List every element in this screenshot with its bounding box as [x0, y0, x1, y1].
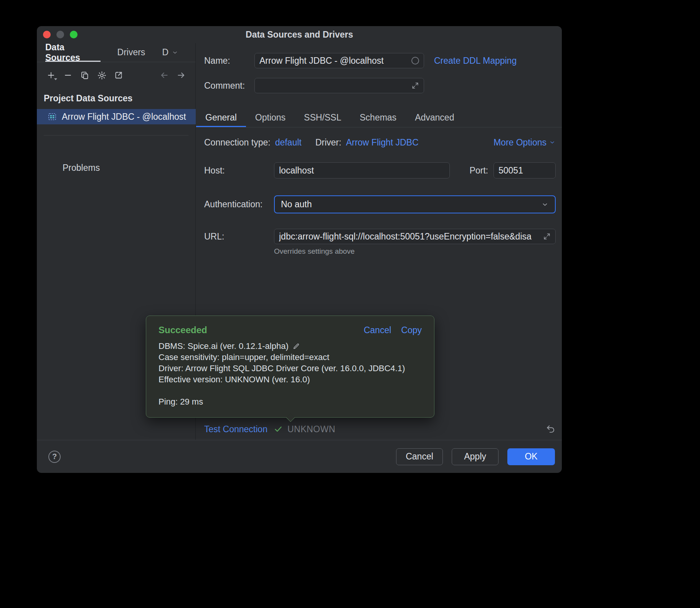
popup-copy-link[interactable]: Copy [401, 325, 422, 335]
settings-gear-button[interactable] [94, 68, 109, 82]
popup-status: Succeeded [158, 325, 207, 335]
ping-line: Ping: 29 ms [158, 396, 422, 407]
tab-ddl-truncated[interactable]: D [162, 43, 178, 62]
tab-ssh-ssl[interactable]: SSH/SSL [295, 108, 350, 127]
comment-input[interactable] [259, 81, 408, 91]
dbms-line-text: DBMS: Spice.ai (ver. 0.12.1-alpha) [158, 340, 289, 352]
data-sources-dialog: Data Sources and Drivers Data Sources Dr… [37, 26, 562, 473]
check-icon [274, 425, 283, 434]
url-override-hint: Overrides settings above [274, 247, 355, 256]
port-field [494, 162, 556, 178]
tab-ddl-label: D [162, 47, 168, 58]
data-source-icon [48, 112, 57, 121]
name-input[interactable] [259, 56, 408, 66]
data-source-item-label: Arrow Flight JDBC - @localhost [62, 112, 186, 122]
name-label: Name: [204, 56, 254, 66]
url-input[interactable] [279, 231, 540, 242]
tab-advanced[interactable]: Advanced [406, 108, 463, 127]
tab-schemas[interactable]: Schemas [350, 108, 406, 127]
ok-button[interactable]: OK [507, 448, 555, 465]
comment-row: Comment: [204, 78, 556, 93]
settings-tabs: General Options SSH/SSL Schemas Advanced [196, 108, 562, 127]
add-button[interactable] [44, 68, 58, 82]
window-title: Data Sources and Drivers [37, 26, 562, 43]
url-row: URL: [204, 229, 556, 244]
driver-label: Driver: [315, 137, 342, 148]
connection-type-value-link[interactable]: default [275, 137, 302, 148]
host-label: Host: [204, 165, 274, 176]
driver-value-link[interactable]: Arrow Flight JDBC [346, 137, 418, 148]
expand-icon[interactable] [411, 82, 419, 89]
host-input[interactable] [279, 165, 445, 176]
expand-icon[interactable] [543, 233, 551, 240]
test-connection-row: Test Connection UNKNOWN [204, 421, 556, 437]
name-field [254, 53, 424, 68]
url-label: URL: [204, 231, 274, 242]
tab-drivers[interactable]: Drivers [117, 43, 145, 62]
create-ddl-mapping-link[interactable]: Create DDL Mapping [434, 56, 517, 66]
dbms-line: DBMS: Spice.ai (ver. 0.12.1-alpha) [158, 340, 422, 352]
minimize-window-button[interactable] [56, 31, 64, 38]
sidebar-tabs: Data Sources Drivers D [37, 43, 195, 62]
test-connection-link[interactable]: Test Connection [204, 424, 267, 435]
case-sensitivity-line: Case sensitivity: plain=upper, delimited… [158, 352, 422, 363]
forward-arrow-button[interactable] [174, 68, 188, 82]
cancel-button[interactable]: Cancel [396, 448, 443, 465]
tab-data-sources-label: Data Sources [45, 42, 101, 63]
revert-icon[interactable] [546, 424, 556, 434]
tab-general[interactable]: General [196, 108, 246, 127]
authentication-value: No auth [281, 199, 312, 210]
project-data-sources-heading: Project Data Sources [44, 93, 132, 104]
tab-data-sources[interactable]: Data Sources [45, 43, 101, 62]
effective-version-line: Effective version: UNKNOWN (ver. 16.0) [158, 374, 422, 385]
popup-cancel-link[interactable]: Cancel [364, 325, 391, 335]
host-port-row: Host: Port: [204, 162, 556, 178]
port-input[interactable] [499, 165, 551, 176]
more-options-button[interactable]: More Options [494, 137, 556, 148]
name-row: Name: Create DDL Mapping [204, 53, 556, 68]
authentication-row: Authentication: No auth [204, 195, 556, 213]
back-arrow-button[interactable] [157, 68, 172, 82]
edit-pencil-icon[interactable] [292, 342, 300, 350]
connection-result-text: UNKNOWN [287, 424, 335, 435]
authentication-select[interactable]: No auth [274, 195, 556, 213]
screen: Data Sources and Drivers Data Sources Dr… [0, 0, 700, 608]
titlebar: Data Sources and Drivers [37, 26, 562, 43]
close-window-button[interactable] [43, 31, 51, 38]
duplicate-button[interactable] [78, 68, 92, 82]
driver-line: Driver: Arrow Flight SQL JDBC Driver Cor… [158, 363, 422, 374]
chevron-down-icon [541, 201, 549, 208]
sidebar-separator [44, 135, 188, 135]
host-field [274, 162, 450, 178]
chevron-down-icon [549, 139, 556, 146]
url-field [274, 229, 556, 244]
test-connection-popup: Succeeded Cancel Copy DBMS: Spice.ai (ve… [146, 316, 434, 418]
problems-item[interactable]: Problems [63, 163, 100, 173]
comment-field [254, 78, 424, 93]
help-button[interactable]: ? [48, 451, 61, 463]
loading-ring-icon [411, 57, 419, 64]
apply-button[interactable]: Apply [452, 448, 499, 465]
data-source-list-item-selected[interactable]: Arrow Flight JDBC - @localhost [37, 109, 196, 124]
popup-links: Cancel Copy [364, 325, 422, 335]
add-dropdown-caret [54, 78, 57, 80]
sidebar-toolbar [41, 64, 192, 86]
remove-button[interactable] [61, 68, 75, 82]
comment-label: Comment: [204, 81, 254, 91]
open-in-new-button[interactable] [111, 68, 126, 82]
popup-gap [158, 385, 422, 396]
port-label: Port: [469, 165, 488, 176]
connection-type-row: Connection type: default Driver: Arrow F… [204, 137, 556, 148]
footer-bar: ? Cancel Apply OK [37, 440, 562, 473]
chevron-down-icon [172, 49, 178, 56]
popup-header: Succeeded Cancel Copy [158, 324, 422, 336]
tab-drivers-label: Drivers [117, 47, 145, 58]
tab-options[interactable]: Options [246, 108, 295, 127]
more-options-label: More Options [494, 137, 546, 148]
authentication-label: Authentication: [204, 199, 274, 210]
connection-type-label: Connection type: [204, 137, 271, 148]
traffic-lights [43, 31, 78, 38]
zoom-window-button[interactable] [70, 31, 78, 38]
